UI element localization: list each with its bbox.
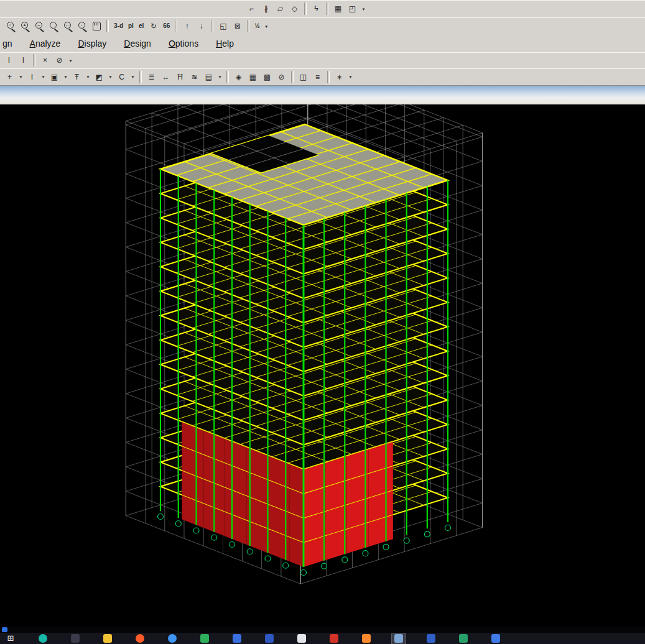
snap-options-icon[interactable]: ∗ <box>333 70 346 83</box>
taskbar-icon-word[interactable] <box>230 634 244 644</box>
toolbar-separator[interactable] <box>247 20 249 32</box>
toolbar-separator[interactable] <box>106 20 109 32</box>
local-axes-icon[interactable]: ≋ <box>188 70 201 83</box>
line-load-icon[interactable]: C <box>115 70 128 83</box>
toolbar-separator[interactable] <box>211 20 213 32</box>
status-icon[interactable] <box>2 627 7 632</box>
zoom-out-icon[interactable]: − <box>33 20 46 33</box>
taskbar-icon-doc-app[interactable] <box>424 634 438 644</box>
view-more-dropdown[interactable] <box>263 20 270 33</box>
releases-icon[interactable]: ↔ <box>159 70 172 83</box>
zoom-extents-icon[interactable] <box>47 20 60 33</box>
taskbar-icon-orange-app[interactable] <box>360 634 373 644</box>
taskbar-icon-file-explorer[interactable] <box>101 634 114 644</box>
toolbar-separator[interactable] <box>139 71 142 83</box>
elevation-view-icon[interactable]: el <box>137 20 146 33</box>
view-3d-icon[interactable]: 3-d <box>112 20 125 33</box>
menu-item-help[interactable]: Help <box>215 37 235 50</box>
draw-more-dropdown[interactable] <box>360 2 367 16</box>
toolbar-separator[interactable] <box>226 71 229 83</box>
menu-item-options[interactable]: Options <box>167 37 200 50</box>
diaphragm-icon[interactable]: ≣ <box>145 70 158 83</box>
move-down-story-icon[interactable]: ↓ <box>195 20 208 33</box>
end-offsets-icon[interactable]: Ħ <box>174 70 187 83</box>
edit-more-dropdown[interactable] <box>67 54 74 67</box>
draw-area-icon[interactable]: ◇ <box>288 2 301 16</box>
line-load-dropdown[interactable] <box>129 70 136 83</box>
area-load-icon[interactable]: ◩ <box>93 70 106 83</box>
zoom-selection-icon[interactable]: · <box>76 20 89 33</box>
snap-dropdown[interactable] <box>347 70 354 83</box>
menu-item-display[interactable]: Display <box>77 37 108 50</box>
child-window-title-strip[interactable] <box>0 85 645 105</box>
model-viewport-3d[interactable] <box>0 104 645 627</box>
taskbar-icon-green-app[interactable] <box>457 634 470 644</box>
tendon-assign-dropdown[interactable] <box>85 70 91 83</box>
joint-assign-icon[interactable]: + <box>3 70 16 83</box>
draw-polyline-icon[interactable]: ⌐ <box>245 2 258 16</box>
draw-quad-icon[interactable]: ▱ <box>274 2 287 16</box>
zoom-previous-icon[interactable]: ← <box>62 20 75 33</box>
object-view-options-icon[interactable]: ⊠ <box>231 20 244 33</box>
move-up-story-icon[interactable]: ↑ <box>180 20 193 33</box>
menu-bar: gnAnalyzeDisplayDesignOptionsHelp <box>0 35 645 53</box>
taskbar-icon-active-app[interactable] <box>392 634 406 644</box>
wall-section-icon[interactable]: I <box>17 54 30 67</box>
clear-mesh-icon[interactable]: ⊘ <box>275 70 288 83</box>
rotate-view-icon[interactable]: ↻ <box>147 20 160 33</box>
toolbar-edit: I I × ⊘ <box>0 52 645 69</box>
load-pattern-icon[interactable]: ▤ <box>202 70 215 83</box>
draw-frame-icon[interactable]: ∦ <box>259 2 272 16</box>
frame-section-icon[interactable]: I <box>2 54 16 67</box>
menu-item-design[interactable]: Design <box>123 37 152 50</box>
divide-areas-icon[interactable]: ▩ <box>261 70 274 83</box>
fraction-display-icon[interactable]: ½ <box>253 20 261 33</box>
show-grid-icon[interactable]: ◫ <box>297 70 310 83</box>
toolbar-separator[interactable] <box>327 71 330 83</box>
toolbar-separator[interactable] <box>175 20 177 32</box>
building-model-3d-view[interactable] <box>0 104 645 627</box>
taskbar-icon-firefox[interactable] <box>133 634 147 644</box>
start-button[interactable]: ⊞ <box>4 634 17 644</box>
delete-icon[interactable]: × <box>39 54 52 67</box>
taskbar-icon-browser[interactable] <box>165 634 179 644</box>
draw-wall-icon[interactable]: ◰ <box>346 2 359 16</box>
area-load-dropdown[interactable] <box>107 70 114 83</box>
pan-icon[interactable] <box>90 20 103 33</box>
toolbar-separator[interactable] <box>291 71 294 83</box>
frame-assign-dropdown[interactable] <box>40 70 47 83</box>
toolbar-view: ▫ + − ← · 3-d pl el ↻ 66 ↑ <box>0 17 645 35</box>
windows-taskbar: ⊞ <box>0 633 645 644</box>
delete-special-icon[interactable]: ⊘ <box>53 54 66 67</box>
toolbar-separator[interactable] <box>33 54 35 67</box>
taskbar-icon-red-app[interactable] <box>327 634 341 644</box>
draw-slab-icon[interactable]: ▦ <box>332 2 345 16</box>
etabs-application-window: ⌐ ∦ ▱ ◇ ϟ ▦ ◰ ▫ + − <box>0 0 645 644</box>
frame-assign-icon[interactable]: I <box>26 70 39 83</box>
show-lines-icon[interactable]: ≡ <box>311 70 324 83</box>
quick-draw-icon[interactable]: ϟ <box>310 2 323 16</box>
zoom-in-icon[interactable]: + <box>19 20 32 33</box>
taskbar-icon-teal-app[interactable] <box>36 634 50 644</box>
taskbar-icon-dark-app[interactable] <box>68 634 82 644</box>
plan-view-icon[interactable]: pl <box>126 20 136 33</box>
taskbar-icon-blue-app[interactable] <box>262 634 276 644</box>
menu-item-assign-partial[interactable]: gn <box>1 37 14 50</box>
menu-item-analyze[interactable]: Analyze <box>29 37 62 50</box>
toolbar-separator[interactable] <box>304 2 307 15</box>
perspective-toggle-icon[interactable]: 66 <box>161 20 172 33</box>
load-pattern-dropdown[interactable] <box>216 70 223 83</box>
zoom-window-icon[interactable]: ▫ <box>4 20 17 33</box>
taskbar-icon-light-app[interactable] <box>295 634 309 644</box>
mesh-options-icon[interactable]: ◈ <box>232 70 245 83</box>
taskbar-icon-excel[interactable] <box>198 634 211 644</box>
auto-mesh-icon[interactable]: ▦ <box>246 70 259 83</box>
shell-assign-icon[interactable]: ▣ <box>48 70 61 83</box>
shrink-objects-icon[interactable]: ◱ <box>216 20 230 33</box>
shell-assign-dropdown[interactable] <box>62 70 69 83</box>
toolbar-assign: + I ▣ Ŧ ◩ C ≣ ↔ <box>0 68 645 86</box>
joint-assign-dropdown[interactable] <box>17 70 24 83</box>
tendon-assign-icon[interactable]: Ŧ <box>70 70 83 83</box>
toolbar-separator[interactable] <box>326 2 328 15</box>
taskbar-icon-blue-app-2[interactable] <box>489 634 503 644</box>
